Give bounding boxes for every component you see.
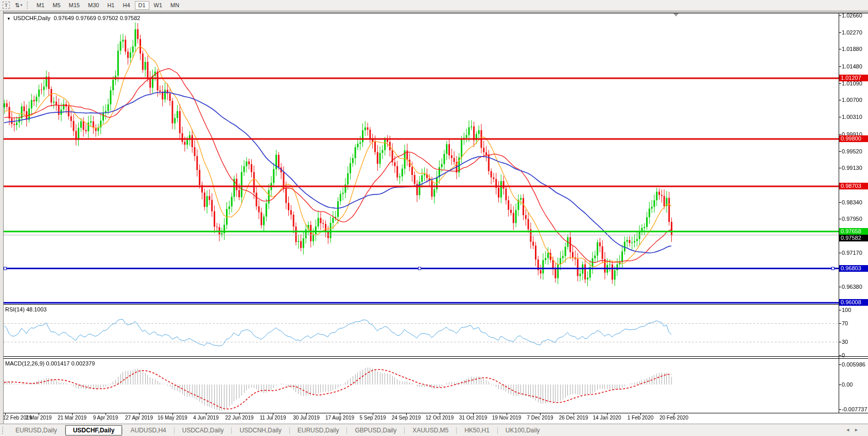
chart-tab-eurusd-daily[interactable]: EURUSD,Daily — [290, 426, 347, 435]
timeframe-button-m5[interactable]: M5 — [49, 1, 64, 10]
timeframe-button-m30[interactable]: M30 — [84, 1, 102, 10]
toolbar-grip[interactable] — [27, 2, 30, 9]
chart-tab-xauusd-m5[interactable]: XAUUSD,M5 — [405, 426, 456, 435]
chart-tab-uk100-daily[interactable]: UK100,Daily — [498, 426, 548, 435]
timeframe-button-mn[interactable]: MN — [167, 1, 183, 10]
chart-tab-usdcnh-daily[interactable]: USDCNH,Daily — [232, 426, 289, 435]
chart-tab-gbpusd-daily[interactable]: GBPUSD,Daily — [347, 426, 404, 435]
tab-scroll-right-icon[interactable]: ► — [854, 427, 863, 432]
text-tool-button[interactable]: T — [1, 1, 12, 10]
dropdown-arrow-icon: ▾ — [21, 3, 23, 7]
chart-tab-usdchf-daily[interactable]: USDCHF,Daily — [65, 425, 123, 435]
tab-scroll-left-icon[interactable]: ◄ — [845, 427, 854, 432]
timeframe-button-m1[interactable]: M1 — [33, 1, 48, 10]
timeframe-buttons: M1M5M15M30H1H4D1W1MN — [32, 1, 183, 10]
arrange-charts-button[interactable]: ⇅ ▾ — [13, 1, 24, 10]
tab-scroll-arrows: ◄► — [845, 427, 863, 432]
window-left-edge — [0, 10, 4, 424]
trading-terminal: T ⇅ ▾ M1M5M15M30H1H4D1W1MN ▼USDCHF,Daily… — [0, 0, 868, 436]
main-toolbar: T ⇅ ▾ M1M5M15M30H1H4D1W1MN — [0, 0, 868, 11]
price-chart-canvas[interactable] — [0, 0, 868, 436]
timeframe-button-h4[interactable]: H4 — [119, 1, 133, 10]
timeframe-button-d1[interactable]: D1 — [135, 1, 149, 10]
arrange-windows-icon: ⇅ — [15, 2, 20, 9]
timeframe-button-h1[interactable]: H1 — [103, 1, 118, 10]
text-tool-icon: T — [3, 2, 10, 9]
tabbar-grip[interactable] — [2, 427, 6, 434]
chart-tab-audusd-h4[interactable]: AUDUSD,H4 — [123, 426, 173, 435]
chart-tab-bar: EURUSD,DailyUSDCHF,DailyAUDUSD,H4USDCAD,… — [0, 424, 868, 436]
chart-tab-hk50-h1[interactable]: HK50,H1 — [457, 426, 497, 435]
chart-tab-usdcad-daily[interactable]: USDCAD,Daily — [175, 426, 232, 435]
timeframe-button-m15[interactable]: M15 — [65, 1, 83, 10]
timeframe-button-w1[interactable]: W1 — [150, 1, 166, 10]
chart-tab-eurusd-daily[interactable]: EURUSD,Daily — [8, 426, 65, 435]
chart-tabs: EURUSD,DailyUSDCHF,DailyAUDUSD,H4USDCAD,… — [8, 425, 548, 435]
